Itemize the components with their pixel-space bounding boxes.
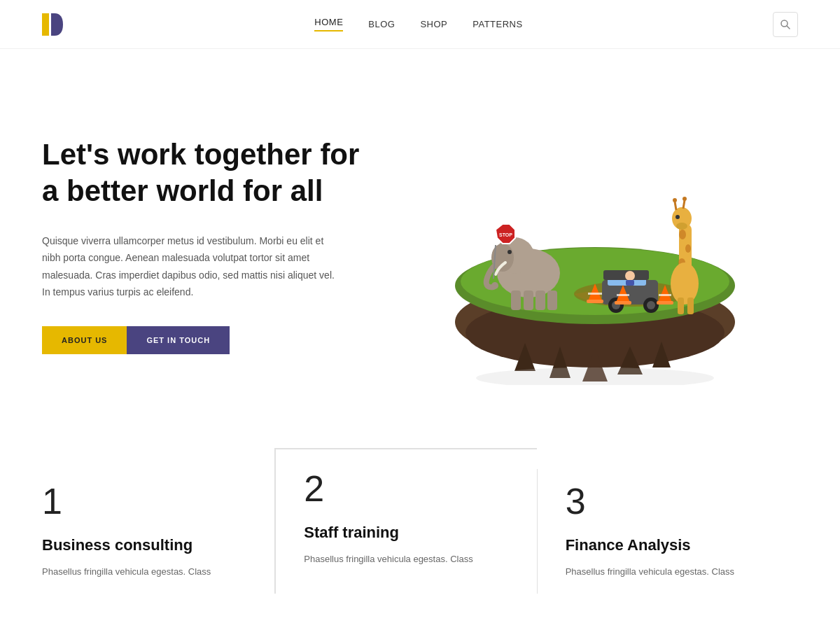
svg-rect-50 [588, 293, 602, 295]
services-section: 1 Business consulting Phasellus fringill… [0, 455, 840, 630]
svg-rect-46 [678, 298, 684, 314]
svg-rect-18 [511, 290, 521, 310]
search-icon [780, 19, 791, 30]
svg-point-40 [673, 198, 677, 202]
service-number-2: 2 [304, 470, 508, 507]
service-title-1: Business consulting [42, 536, 246, 554]
svg-point-36 [685, 244, 691, 253]
site-logo[interactable] [42, 10, 64, 38]
service-desc-2: Phasellus fringilla vehicula egestas. Cl… [304, 552, 508, 567]
service-item-3: 3 Finance Analysis Phasellus fringilla v… [538, 469, 798, 594]
about-us-button[interactable]: ABOUT US [42, 326, 127, 354]
get-in-touch-button[interactable]: GET IN TOUCH [127, 326, 230, 354]
svg-point-31 [647, 301, 655, 309]
svg-point-45 [671, 262, 699, 304]
svg-rect-19 [524, 290, 533, 310]
hero-section: Let's work together for a better world f… [0, 49, 840, 455]
nav-patterns[interactable]: PATTERNS [472, 19, 522, 29]
search-button[interactable] [773, 12, 798, 37]
floating-island-illustration: STOP [413, 105, 763, 385]
svg-text:STOP: STOP [499, 232, 512, 237]
hero-body: Quisque viverra ullamcorper metus id ves… [42, 232, 336, 301]
svg-rect-21 [547, 290, 557, 310]
main-nav: HOME BLOG SHOP PATTERNS [314, 17, 522, 31]
svg-point-17 [507, 250, 512, 254]
site-header: HOME BLOG SHOP PATTERNS [0, 0, 840, 49]
svg-rect-55 [657, 301, 673, 304]
svg-line-39 [675, 202, 676, 210]
hero-buttons: ABOUT US GET IN TOUCH [42, 326, 378, 354]
hero-text: Let's work together for a better world f… [42, 136, 378, 354]
svg-rect-47 [687, 298, 694, 314]
service-desc-3: Phasellus fringilla vehicula egestas. Cl… [566, 564, 770, 580]
svg-point-43 [676, 215, 680, 219]
svg-rect-56 [659, 294, 671, 296]
svg-rect-0 [42, 13, 49, 36]
service-number-1: 1 [42, 483, 246, 519]
svg-rect-49 [587, 300, 603, 303]
service-title-3: Finance Analysis [566, 536, 770, 554]
svg-point-15 [491, 282, 498, 289]
service-desc-1: Phasellus fringilla vehicula egestas. Cl… [42, 564, 246, 580]
nav-blog[interactable]: BLOG [368, 19, 395, 29]
svg-line-41 [683, 200, 685, 209]
nav-shop[interactable]: SHOP [420, 19, 447, 29]
service-item-2: 2 Staff training Phasellus fringilla veh… [276, 448, 536, 594]
svg-point-42 [682, 197, 687, 201]
hero-headline: Let's work together for a better world f… [42, 136, 378, 210]
svg-rect-33 [626, 280, 634, 286]
svg-point-44 [676, 223, 687, 230]
svg-point-35 [679, 230, 686, 239]
service-item-1: 1 Business consulting Phasellus fringill… [42, 469, 274, 594]
svg-point-32 [625, 271, 635, 281]
svg-line-2 [787, 26, 790, 29]
service-title-2: Staff training [304, 524, 508, 542]
hero-image: STOP [378, 105, 798, 385]
svg-rect-52 [615, 301, 631, 304]
service-number-3: 3 [566, 483, 770, 519]
svg-point-57 [476, 368, 714, 385]
svg-rect-20 [536, 290, 545, 310]
svg-rect-53 [617, 294, 629, 296]
nav-home[interactable]: HOME [314, 17, 343, 31]
